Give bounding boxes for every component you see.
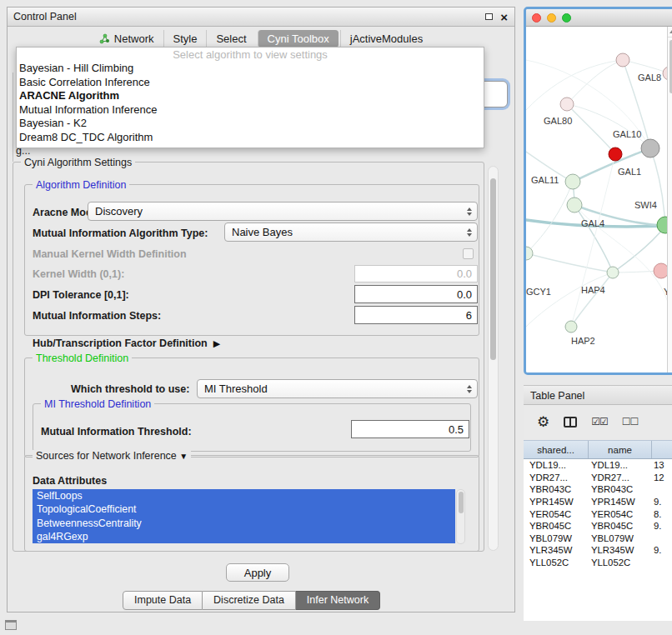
dpi-tolerance-label: DPI Tolerance [0,1]: xyxy=(33,289,129,301)
mi-threshold-input[interactable] xyxy=(351,420,469,438)
mi-steps-input[interactable] xyxy=(354,306,478,324)
graph-edge xyxy=(567,60,623,104)
graph-node[interactable] xyxy=(616,53,629,67)
apply-button[interactable]: Apply xyxy=(226,563,289,582)
select-all-checks-icon[interactable]: ☑☑ xyxy=(591,416,608,428)
graph-node[interactable] xyxy=(654,263,668,278)
graph-node[interactable] xyxy=(526,247,533,260)
sources-group-title[interactable]: Sources for Network Inference ▼ xyxy=(33,450,191,462)
columns-icon[interactable] xyxy=(564,417,577,428)
bottom-tab-discretize-data[interactable]: Discretize Data xyxy=(203,591,296,610)
table-row[interactable]: YBL079WYBL079W xyxy=(524,532,672,545)
expander-down-icon: ▼ xyxy=(179,452,188,461)
table-cell: 12 xyxy=(652,472,672,482)
expander-right-icon: ▶ xyxy=(213,339,220,348)
graph-node[interactable] xyxy=(641,139,659,158)
panel-dock-icon[interactable] xyxy=(5,620,17,630)
table-row[interactable]: YDR27...YDR27...12 xyxy=(524,472,672,484)
graph-node[interactable] xyxy=(609,148,622,161)
table-cell: 9. xyxy=(652,497,672,507)
algorithm-option[interactable]: Bayesian - Hill Climbing xyxy=(17,62,484,76)
graph-node-label: HAP4 xyxy=(581,285,605,295)
graph-node[interactable] xyxy=(560,98,574,111)
column-header[interactable] xyxy=(652,441,672,458)
zoom-traffic-light[interactable] xyxy=(562,13,571,22)
attribute-item[interactable]: gal4RGexp xyxy=(33,530,455,543)
mi-algorithm-type-value: Naive Bayes xyxy=(232,226,462,238)
graph-node[interactable] xyxy=(567,198,582,212)
mi-algorithm-type-label: Mutual Information Algorithm Type: xyxy=(33,228,208,239)
table-panel-header: Table Panel xyxy=(524,385,672,405)
table-cell: YBR045C xyxy=(524,521,589,531)
scrollbar-thumb[interactable] xyxy=(459,492,464,513)
table-cell: YBR045C xyxy=(589,521,652,531)
kernel-width-label: Kernel Width (0,1): xyxy=(33,268,124,280)
network-window-titlebar[interactable] xyxy=(526,9,672,27)
tab-jactivemodules[interactable]: jActiveModules xyxy=(340,30,432,48)
table-row[interactable]: YBR045CYBR045C9. xyxy=(524,520,672,532)
tab-label: Select xyxy=(216,32,246,45)
hub-definition-toggle[interactable]: Hub/Transcription Factor Definition ▶ xyxy=(33,338,220,349)
table-cell: YER054C xyxy=(524,509,589,519)
bottom-tab-bar: Impute DataDiscretize DataInfer Network xyxy=(123,591,380,610)
dpi-tolerance-input[interactable] xyxy=(354,285,478,303)
mi-steps-label: Mutual Information Steps: xyxy=(33,310,161,322)
scrollbar-thumb[interactable] xyxy=(669,40,672,93)
table-body: YDL19...YDL19...13YDR27...YDR27...12YBR0… xyxy=(524,459,672,568)
table-row[interactable]: YLR345WYLR345W9. xyxy=(524,544,672,557)
minimize-traffic-light[interactable] xyxy=(547,13,556,22)
algorithm-option[interactable]: Basic Correlation Inference xyxy=(17,76,484,90)
network-scrollbar[interactable] xyxy=(667,27,672,372)
table-row[interactable]: YPR145WYPR145W9. xyxy=(524,496,672,508)
kernel-width-input[interactable] xyxy=(354,265,478,282)
bottom-tab-impute-data[interactable]: Impute Data xyxy=(123,591,203,610)
which-threshold-select[interactable]: MI Threshold xyxy=(197,379,478,398)
attribute-list-scrollbar[interactable] xyxy=(456,489,465,544)
table-row[interactable]: YBR043CYBR043C xyxy=(524,483,672,496)
graph-node[interactable] xyxy=(607,267,619,278)
algorithm-option[interactable]: Dream8 DC_TDC Algorithm xyxy=(17,131,484,145)
scrollbar-thumb[interactable] xyxy=(490,178,496,360)
network-canvas[interactable]: GAL8GAL80GAL10GAL11GAL1SWI4GAL4GCY1HAP4Y… xyxy=(526,27,672,372)
tab-style[interactable]: Style xyxy=(163,30,207,48)
manual-kernel-width-checkbox[interactable] xyxy=(463,248,474,259)
attribute-item[interactable]: SelfLoops xyxy=(33,489,455,502)
graph-node-label: GAL4 xyxy=(581,218,604,228)
tab-network[interactable]: Network xyxy=(90,30,163,48)
aracne-mode-select[interactable]: Discovery xyxy=(88,202,478,221)
hub-definition-label: Hub/Transcription Factor Definition xyxy=(33,338,208,349)
unselect-all-checks-icon[interactable]: ☐☐ xyxy=(622,416,639,428)
table-cell: YLR345W xyxy=(524,545,589,555)
algorithm-option[interactable]: ARACNE Algorithm xyxy=(17,89,484,103)
table-row[interactable]: YLL052CYLL052C xyxy=(524,557,672,569)
close-traffic-light[interactable] xyxy=(532,13,541,22)
mi-threshold-group-title: MI Threshold Definition xyxy=(41,398,154,410)
graph-edge xyxy=(567,104,615,154)
column-header[interactable]: shared... xyxy=(524,441,589,458)
graph-edge xyxy=(650,148,665,226)
attribute-item[interactable]: BetweennessCentrality xyxy=(33,517,455,530)
mi-threshold-label: Mutual Information Threshold: xyxy=(41,426,192,438)
tab-cyni-toolbox[interactable]: Cyni Toolbox xyxy=(258,30,339,48)
algorithm-option[interactable]: Bayesian - K2 xyxy=(17,117,484,131)
algorithm-option[interactable]: Mutual Information Inference xyxy=(17,103,484,118)
column-header[interactable]: name xyxy=(589,441,652,458)
which-threshold-value: MI Threshold xyxy=(204,382,462,395)
close-icon[interactable]: × xyxy=(500,11,508,23)
tab-select[interactable]: Select xyxy=(206,30,255,48)
table-cell: YER054C xyxy=(589,509,652,519)
attribute-item[interactable]: TopologicalCoefficient xyxy=(33,502,455,516)
bottom-tab-infer-network[interactable]: Infer Network xyxy=(296,591,380,610)
table-row[interactable]: YER054CYER054C8. xyxy=(524,508,672,520)
table-row[interactable]: YDL19...YDL19...13 xyxy=(524,459,672,472)
graph-node[interactable] xyxy=(565,174,580,189)
mi-algorithm-type-select[interactable]: Naive Bayes xyxy=(224,222,478,242)
float-window-icon[interactable] xyxy=(485,13,493,20)
scroll-up-icon[interactable] xyxy=(668,27,672,38)
network-graph: GAL8GAL80GAL10GAL11GAL1SWI4GAL4GCY1HAP4Y… xyxy=(526,27,668,375)
graph-edge xyxy=(567,104,650,148)
gear-icon[interactable]: ⚙ xyxy=(537,415,549,429)
graph-node[interactable] xyxy=(565,321,577,332)
algorithm-definition-title: Algorithm Definition xyxy=(33,179,129,191)
settings-scrollbar[interactable] xyxy=(488,166,499,551)
